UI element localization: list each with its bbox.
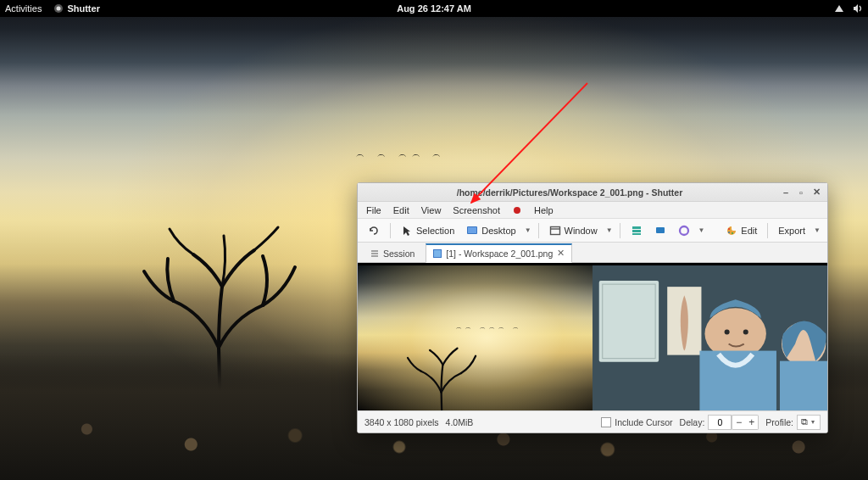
svg-rect-20 [599, 281, 659, 362]
svg-point-14 [732, 232, 733, 234]
svg-rect-4 [468, 227, 476, 233]
tooltip-capture-button[interactable] [649, 222, 671, 239]
window-close-button[interactable]: ✕ [810, 187, 822, 198]
delay-increment[interactable]: + [745, 415, 759, 430]
export-dropdown[interactable]: ▼ [812, 226, 822, 234]
separator [390, 223, 391, 238]
tab-session-label: Session [383, 248, 415, 259]
selection-button[interactable]: Selection [396, 222, 459, 239]
menu-view[interactable]: View [416, 204, 447, 217]
include-cursor-label: Include Cursor [615, 417, 672, 427]
profile-combo[interactable]: ⧉ ▾ [797, 415, 821, 430]
profile-recent-icon: ⧉ [801, 416, 808, 427]
redo-icon [368, 225, 380, 237]
statusbar: 3840 x 1080 pixels 4.0MiB Include Cursor… [358, 410, 827, 433]
network-icon [834, 3, 844, 14]
svg-point-1 [57, 7, 61, 11]
include-cursor-checkbox[interactable] [601, 417, 611, 427]
image-preview-area[interactable]: ︵︵ ︵︵︵ ︵ [358, 263, 827, 410]
tooltip-capture-icon [654, 225, 666, 237]
svg-rect-18 [434, 249, 442, 257]
desktop-label: Desktop [481, 226, 515, 236]
toolbar: Selection Desktop ▼ Window ▼ [358, 219, 827, 243]
window-capture-label: Window [565, 226, 598, 236]
delay-label: Delay: [680, 417, 705, 427]
wallpaper-birds: ︵ ︵ ︵︵ ︵ [356, 148, 446, 160]
window-titlebar[interactable]: /home/derrik/Pictures/Workspace 2_001.pn… [358, 183, 827, 202]
web-capture-button[interactable] [673, 222, 695, 239]
desktop-dropdown[interactable]: ▼ [523, 226, 533, 234]
image-filesize: 4.0MiB [446, 417, 474, 427]
edit-label: Edit [741, 226, 757, 236]
topbar-active-app[interactable]: Shutter [53, 3, 100, 14]
svg-rect-8 [632, 230, 641, 232]
shutter-app-icon [53, 3, 64, 14]
tab-close-button[interactable]: ✕ [557, 248, 565, 259]
window-icon [549, 225, 561, 237]
delay-input[interactable] [708, 415, 732, 430]
cursor-icon [401, 225, 413, 237]
image-thumb-icon [433, 249, 442, 258]
screenshot-thumbnail: ︵︵ ︵︵︵ ︵ [358, 263, 827, 410]
export-button[interactable]: Export [773, 223, 810, 238]
svg-point-26 [743, 329, 748, 334]
menubar: File Edit View Screenshot Go Help [358, 202, 827, 219]
svg-rect-5 [550, 226, 559, 234]
selection-label: Selection [416, 226, 454, 236]
svg-rect-9 [632, 233, 641, 235]
svg-point-25 [725, 329, 730, 334]
separator [538, 223, 539, 238]
menu-file[interactable]: File [361, 204, 387, 217]
tab-workspace-image[interactable]: [1] - Workspace 2_001.png ✕ [426, 243, 572, 263]
menu-edit[interactable]: Edit [388, 204, 415, 217]
menu-capture-icon [631, 225, 643, 237]
desktop-button[interactable]: Desktop [461, 222, 520, 239]
palette-icon [726, 225, 737, 237]
menu-capture-button[interactable] [626, 222, 648, 239]
document-tabbar: Session [1] - Workspace 2_001.png ✕ [358, 243, 827, 263]
volume-icon [853, 3, 863, 14]
window-dropdown[interactable]: ▼ [604, 226, 615, 234]
delay-decrement[interactable]: − [732, 415, 745, 430]
desktop-icon [466, 225, 478, 237]
edit-button[interactable]: Edit [721, 222, 762, 239]
svg-rect-10 [656, 227, 665, 233]
image-dimensions: 3840 x 1080 pixels [364, 417, 439, 427]
topbar-app-name: Shutter [67, 3, 100, 14]
gnome-top-bar: Activities Shutter Aug 26 12:47 AM [0, 0, 868, 17]
session-list-icon [370, 249, 379, 258]
svg-rect-7 [632, 226, 641, 229]
svg-rect-28 [780, 361, 827, 410]
topbar-clock[interactable]: Aug 26 12:47 AM [397, 3, 471, 14]
separator [620, 223, 620, 238]
include-cursor-toggle[interactable]: Include Cursor [601, 417, 672, 427]
annotation-arrow [465, 81, 592, 208]
svg-point-12 [728, 228, 730, 230]
tab-session[interactable]: Session [363, 244, 422, 263]
svg-rect-24 [699, 351, 776, 410]
window-maximize-button[interactable]: ▫ [795, 187, 807, 198]
web-capture-icon [678, 225, 690, 237]
svg-point-11 [680, 226, 688, 235]
activities-button[interactable]: Activities [5, 3, 42, 14]
export-label: Export [778, 226, 805, 236]
separator [767, 223, 768, 238]
svg-line-2 [471, 83, 587, 203]
profile-label: Profile: [765, 417, 793, 427]
window-capture-button[interactable]: Window [544, 222, 603, 239]
delay-stepper[interactable]: − + [708, 415, 759, 430]
profile-dropdown-caret: ▾ [810, 418, 816, 426]
topbar-system-menu[interactable] [834, 3, 863, 14]
svg-point-13 [728, 232, 730, 233]
window-minimize-button[interactable]: – [780, 187, 792, 198]
redo-button[interactable] [363, 222, 385, 239]
shutter-window: /home/derrik/Pictures/Workspace 2_001.pn… [357, 182, 828, 433]
web-dropdown[interactable]: ▼ [697, 226, 707, 234]
tab-active-label: [1] - Workspace 2_001.png [446, 248, 553, 259]
